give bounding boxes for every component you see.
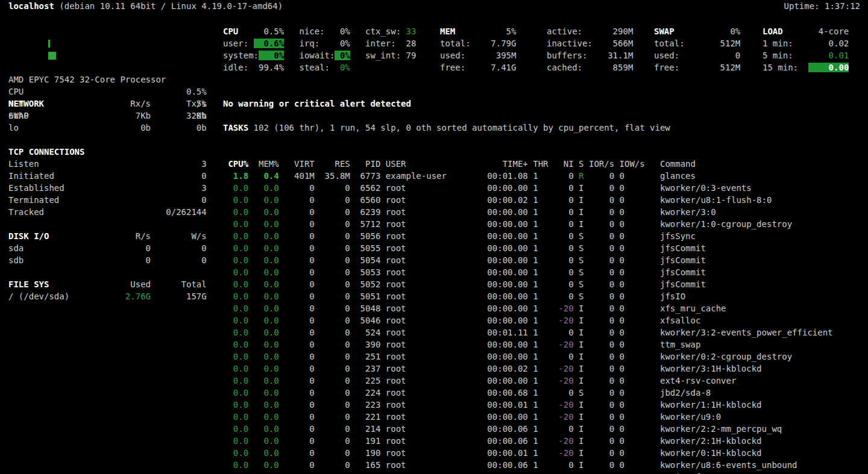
cell-time: 00:00.00 xyxy=(487,292,527,301)
cell-virt: 0 xyxy=(279,304,315,313)
glances-terminal-screen[interactable]: localhost (debian 10.11 64bit / Linux 4.… xyxy=(0,0,868,474)
cell-virt: 0 xyxy=(279,448,315,458)
cell-user: root xyxy=(380,364,487,373)
cell-ior: 0 xyxy=(584,304,615,313)
process-table: CPU% MEM% VIRT RES PID USER TIME+ THR NI… xyxy=(223,158,833,474)
cell-mem: 0.0 xyxy=(248,292,279,301)
cell-thr: 1 xyxy=(528,352,549,361)
cell-time: 00:00.01 xyxy=(487,400,527,410)
fs-header: FILE SYS Used Total xyxy=(8,278,207,290)
cell-thr: 1 xyxy=(528,195,549,205)
cell-mem: 0.0 xyxy=(248,412,279,422)
text xyxy=(284,63,299,72)
cell-mem: 0.0 xyxy=(248,243,279,253)
cell-mem: 0.0 xyxy=(248,448,279,458)
cpu-label: CPU xyxy=(8,87,49,96)
cell-ni: -20 xyxy=(549,400,574,410)
cell-iow: 0 xyxy=(614,376,624,385)
cell-res: 0 xyxy=(315,243,350,253)
cell-iow: 0 xyxy=(614,243,624,253)
cell-mem: 0.0 xyxy=(248,279,279,289)
cell-cpu: 0.0 xyxy=(223,183,248,193)
tcp-row: Listen 3 xyxy=(8,158,207,170)
cell-mem: 0.0 xyxy=(248,207,279,217)
text xyxy=(350,39,365,48)
idle-label: idle: xyxy=(223,63,248,72)
cell-pid: 237 xyxy=(350,364,381,373)
load-line-4: 15 min: 0.00 xyxy=(763,61,849,73)
cell-thr: 1 xyxy=(528,243,549,253)
cell-iow: 0 xyxy=(614,328,624,337)
col-ior-header: IOR/s xyxy=(584,159,615,169)
cell-mem: 0.0 xyxy=(248,316,279,325)
cell-mem: 0.0 xyxy=(248,376,279,385)
cell-thr: 1 xyxy=(528,231,549,241)
cell-res: 35.8M xyxy=(315,171,350,181)
cell-ior: 0 xyxy=(584,243,615,253)
cell-user: root xyxy=(380,255,487,265)
cell-cpu: 1.8 xyxy=(223,171,248,181)
cell-time: 00:00.00 xyxy=(487,255,527,265)
cell-ni: 0 xyxy=(549,352,574,361)
cell-mem: 0.0 xyxy=(248,183,279,193)
cell-status: I xyxy=(574,207,584,217)
cell-pid: 5048 xyxy=(350,304,381,313)
cell-status: S xyxy=(574,255,584,265)
cell-user: root xyxy=(380,243,487,253)
cpu-line-3: system: 0% iowait: 0% sw_int: 79 xyxy=(223,49,416,61)
cell-cpu: 0.0 xyxy=(223,292,248,301)
mem-percent: 5% xyxy=(455,27,516,36)
cell-iow: 0 xyxy=(614,279,624,289)
process-row: 0.0 0.0 0 0 5055 root 00:00.00 1 0 S 0 0… xyxy=(223,242,833,254)
swap-total: 512M xyxy=(685,39,741,48)
cell-cpu: 0.0 xyxy=(223,460,248,470)
cell-ior: 0 xyxy=(584,376,615,385)
mem-line-1: MEM 5% active: 290M xyxy=(440,25,633,37)
cell-ni: 0 xyxy=(549,183,574,193)
process-row: 0.0 0.0 0 0 225 root 00:00.00 1 -20 I 0 … xyxy=(223,375,833,387)
cell-command: kworker/2:1H-kblockd xyxy=(624,436,762,446)
col-thr-header: THR xyxy=(528,159,549,169)
cell-ni: 0 xyxy=(549,388,574,398)
tasks-text: 102 (106 thr), 1 run, 54 slp, 0 oth sort… xyxy=(254,123,670,133)
text xyxy=(516,63,547,72)
cell-res: 0 xyxy=(315,424,350,434)
filesystem-block: FILE SYS Used Total/ (/dev/sda) 2.76G 15… xyxy=(8,278,207,302)
col-time-header: TIME+ xyxy=(487,159,527,169)
cell-ior: 0 xyxy=(584,400,615,410)
cell-res: 0 xyxy=(315,352,350,361)
disk-header: DISK I/O R/s W/s xyxy=(8,230,207,242)
cell-res: 0 xyxy=(315,460,350,470)
cell-virt: 0 xyxy=(279,436,315,446)
cell-status: I xyxy=(574,364,584,373)
cell-pid: 191 xyxy=(350,436,381,446)
cell-status: I xyxy=(574,400,584,410)
active-label: active: xyxy=(547,27,593,36)
text xyxy=(350,27,365,36)
cell-ior: 0 xyxy=(584,460,615,470)
cell-cpu: 0.0 xyxy=(223,364,248,373)
cell-ni: -20 xyxy=(549,412,574,422)
steal-value: 0% xyxy=(330,63,350,72)
cell-iow: 0 xyxy=(614,267,624,277)
load-line-1: LOAD 4-core xyxy=(763,25,849,37)
cell-res: 0 xyxy=(315,279,350,289)
cell-iow: 0 xyxy=(614,448,624,458)
cell-user: root xyxy=(380,424,487,434)
cell-virt: 0 xyxy=(279,352,315,361)
cell-ni: 0 xyxy=(549,231,574,241)
cell-time: 00:01.11 xyxy=(487,328,527,337)
cell-mem: 0.0 xyxy=(248,424,279,434)
cell-mem: 0.0 xyxy=(248,304,279,313)
cell-iow: 0 xyxy=(614,412,624,422)
cell-command: kworker/3:0 xyxy=(624,207,716,217)
cell-time: 00:00.00 xyxy=(487,316,527,325)
mem-block: MEM 5% active: 290Mtotal: 7.79G inactive… xyxy=(440,25,633,73)
mem-total: 7.79G xyxy=(471,39,517,48)
cell-thr: 1 xyxy=(528,304,549,313)
cell-user: root xyxy=(380,328,487,337)
cell-thr: 1 xyxy=(528,424,549,434)
cell-status: I xyxy=(574,376,584,385)
cell-mem: 0.4 xyxy=(248,171,279,181)
network-col2-header: Tx/s xyxy=(151,99,207,108)
